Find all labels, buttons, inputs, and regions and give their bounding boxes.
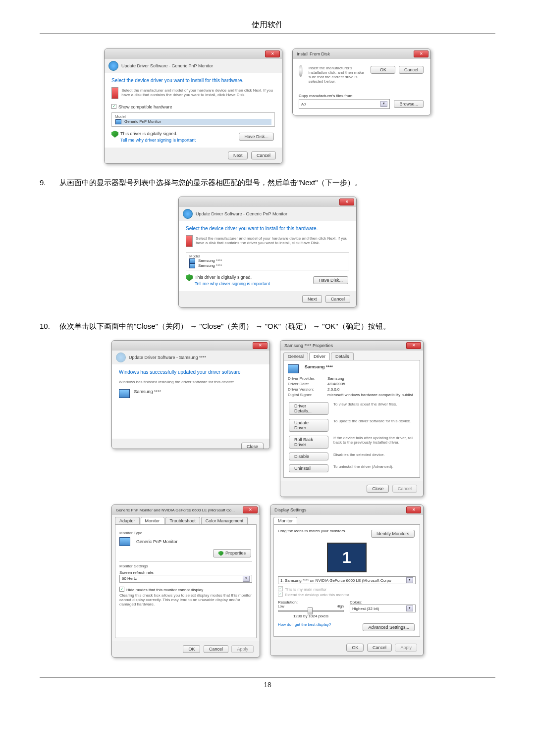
show-compat-label: Show compatible hardware <box>118 104 172 109</box>
model-listbox[interactable]: Model Samsung **** Samsung **** <box>186 252 349 270</box>
back-icon <box>116 353 126 362</box>
hide-modes-desc: Clearing this check box allows you to se… <box>119 593 252 606</box>
tab-color[interactable]: Color Management <box>201 517 248 524</box>
cancel-button[interactable]: Cancel <box>367 644 392 652</box>
ok-button[interactable]: OK <box>371 66 395 74</box>
cancel-button[interactable]: Cancel <box>251 151 276 159</box>
cancel-button[interactable]: Cancel <box>392 485 417 493</box>
colors-label: Colors: <box>350 600 416 605</box>
cancel-button[interactable]: Cancel <box>204 645 228 653</box>
shield-icon <box>186 274 193 281</box>
next-button[interactable]: Next <box>228 151 248 159</box>
dialog-title: Install From Disk <box>297 51 330 56</box>
heading: Windows has successfully updated your dr… <box>119 369 263 375</box>
tab-adapter[interactable]: Adapter <box>115 517 140 524</box>
dialog-title: Generic PnP Monitor and NVIDIA GeForce 6… <box>116 508 235 512</box>
signing-link[interactable]: Tell me why driver signing is important <box>120 138 196 143</box>
chevron-down-icon: ▾ <box>406 605 413 611</box>
resolution-label: Resolution: <box>278 600 344 605</box>
close-button[interactable]: Close <box>367 485 389 493</box>
disc-icon <box>299 65 303 77</box>
rollback-button[interactable]: Roll Back Driver <box>289 436 328 449</box>
hide-modes-checkbox[interactable] <box>119 587 124 592</box>
show-compat-checkbox[interactable] <box>111 104 116 109</box>
close-icon[interactable]: ✕ <box>243 506 258 513</box>
tab-monitor[interactable]: Monitor <box>273 517 297 524</box>
monitor-props-dialog: Generic PnP Monitor and NVIDIA GeForce 6… <box>111 504 260 657</box>
tab-monitor[interactable]: Monitor <box>141 517 164 524</box>
apply-button[interactable]: Apply <box>395 644 417 652</box>
drag-label: Drag the icons to match your monitors. <box>278 529 346 539</box>
tab-driver[interactable]: Driver <box>309 353 330 360</box>
ok-button[interactable]: OK <box>346 644 364 652</box>
signing-link[interactable]: Tell me why driver signing is important <box>195 281 270 286</box>
monitor-icon <box>119 537 130 546</box>
extend-checkbox <box>278 592 283 597</box>
step-10: 10. 依次单击以下画面中的"Close"（关闭） → "Close"（关闭） … <box>40 319 495 333</box>
properties-button[interactable]: Properties <box>213 549 251 557</box>
chevron-down-icon: ▾ <box>243 576 250 582</box>
model-listbox[interactable]: Model Generic PnP Monitor <box>111 112 275 127</box>
best-display-link[interactable]: How do I get the best display? <box>278 622 331 632</box>
page-number: 18 <box>40 681 495 689</box>
apply-button[interactable]: Apply <box>231 645 254 653</box>
breadcrumb: Update Driver Software - Generic PnP Mon… <box>179 207 356 221</box>
cancel-button[interactable]: Cancel <box>325 295 350 303</box>
update-driver-dialog-2: ✕ Update Driver Software - Generic PnP M… <box>178 197 357 307</box>
page-header: 使用软件 <box>40 20 495 34</box>
back-icon[interactable] <box>108 61 118 71</box>
uninstall-button[interactable]: Uninstall <box>289 464 328 472</box>
disable-button[interactable]: Disable <box>289 453 328 460</box>
description: Select the manufacturer and model of you… <box>121 88 275 99</box>
display-settings-dialog: Display Settings ✕ Monitor Drag the icon… <box>270 504 424 656</box>
heading: Select the device driver you want to ins… <box>111 78 275 83</box>
breadcrumb: Update Driver Software - Samsung **** <box>112 351 269 364</box>
dialog-title: Display Settings <box>274 507 307 512</box>
update-driver-button[interactable]: Update Driver... <box>289 419 328 432</box>
refresh-rate-select[interactable]: 60 Hertz▾ <box>119 575 252 583</box>
extend-label: Extend the desktop onto this monitor <box>285 593 349 597</box>
close-icon[interactable]: ✕ <box>406 342 421 349</box>
advanced-button[interactable]: Advanced Settings... <box>363 623 415 631</box>
monitor-select[interactable]: 1. Samsung **** on NVIDIA GeForce 6600 L… <box>278 576 416 584</box>
monitor-icon <box>189 263 195 268</box>
have-disk-button[interactable]: Have Disk... <box>313 276 348 284</box>
monitor-icon <box>189 258 195 263</box>
close-icon[interactable]: ✕ <box>265 50 280 57</box>
colors-select[interactable]: Highest (32 bit)▾ <box>350 605 416 612</box>
driver-details-button[interactable]: Driver Details... <box>289 402 328 415</box>
close-icon[interactable]: ✕ <box>406 506 421 513</box>
resolution-slider[interactable] <box>278 610 344 612</box>
ok-button[interactable]: OK <box>183 645 200 653</box>
have-disk-button[interactable]: Have Disk... <box>239 133 274 141</box>
monitor-settings-label: Monitor Settings <box>119 561 252 568</box>
close-icon[interactable]: ✕ <box>339 199 354 205</box>
back-icon[interactable] <box>183 209 193 219</box>
step-9: 9. 从画面中的显示器型号列表中选择与您的显示器相匹配的型号，然后单击"Next… <box>40 176 495 189</box>
description: Select the manufacturer and model of you… <box>196 236 349 247</box>
shield-icon <box>218 551 223 556</box>
device-icon <box>186 235 193 247</box>
install-from-disk-dialog: Install From Disk ✕ Insert the manufactu… <box>292 49 431 115</box>
close-icon[interactable]: ✕ <box>414 50 428 57</box>
main-monitor-label: This is my main monitor <box>285 587 326 592</box>
tab-general[interactable]: General <box>283 353 308 360</box>
tab-details[interactable]: Details <box>331 353 354 360</box>
install-msg: Insert the manufacturer's installation d… <box>309 66 366 84</box>
device-icon <box>111 87 118 99</box>
device-name: Samsung **** <box>305 364 333 373</box>
success-desc: Windows has finished installing the driv… <box>119 380 263 384</box>
cancel-button[interactable]: Cancel <box>399 66 424 74</box>
monitor-icon <box>115 119 121 124</box>
drive-select[interactable]: A:\▾ <box>299 99 390 109</box>
close-button[interactable]: Close <box>241 443 264 449</box>
device-name: Samsung **** <box>134 389 161 394</box>
tab-troubleshoot[interactable]: Troubleshoot <box>165 517 200 524</box>
browse-button[interactable]: Browse... <box>394 100 424 108</box>
chevron-down-icon: ▾ <box>380 101 387 107</box>
next-button[interactable]: Next <box>302 295 322 303</box>
identify-button[interactable]: Identify Monitors <box>371 530 415 538</box>
close-icon[interactable]: ✕ <box>253 342 268 349</box>
monitor-preview[interactable]: 1 <box>327 543 367 572</box>
properties-dialog: Samsung **** Properties ✕ General Driver… <box>280 340 424 497</box>
